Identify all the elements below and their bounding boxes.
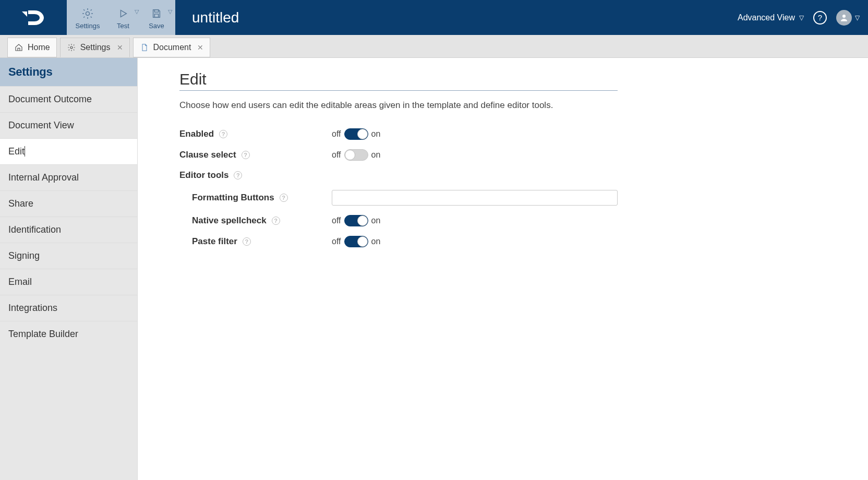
sidebar-item-identification[interactable]: Identification (0, 217, 137, 243)
advanced-view-label: Advanced View (738, 13, 795, 22)
sidebar-item-internal-approval[interactable]: Internal Approval (0, 164, 137, 190)
label-paste-filter: Paste filter ? (179, 236, 332, 247)
help-icon[interactable]: ? (242, 151, 250, 159)
sidebar-item-edit[interactable]: Edit (0, 138, 137, 164)
user-icon (839, 13, 849, 22)
row-formatting-buttons: Formatting Buttons ? (179, 190, 847, 206)
advanced-view-toggle[interactable]: Advanced View ▽ (738, 13, 804, 22)
svg-rect-3 (154, 10, 158, 13)
logo-icon (19, 7, 48, 28)
sidebar-item-signing[interactable]: Signing (0, 243, 137, 269)
svg-rect-4 (154, 14, 158, 17)
label-enabled: Enabled ? (179, 129, 332, 139)
control-enabled: off on (332, 128, 380, 140)
control-formatting-buttons (332, 190, 618, 206)
help-icon[interactable]: ? (280, 194, 288, 202)
help-button[interactable]: ? (813, 11, 827, 25)
tool-save-label: Save (149, 22, 164, 30)
gear-icon (81, 6, 94, 21)
toolbar: Settings Test ▽ Save ▽ (67, 0, 175, 35)
sidebar-item-template-builder[interactable]: Template Builder (0, 321, 137, 347)
help-icon[interactable]: ? (219, 130, 227, 138)
gear-icon (67, 43, 76, 52)
label-editor-tools: Editor tools ? (179, 170, 332, 181)
control-clause-select: off on (332, 149, 380, 161)
tab-document[interactable]: Document ✕ (133, 38, 211, 57)
sidebar-item-share[interactable]: Share (0, 190, 137, 217)
sidebar-item-email[interactable]: Email (0, 269, 137, 295)
title-area: untitled (175, 0, 738, 35)
row-editor-tools: Editor tools ? (179, 170, 847, 181)
row-native-spellcheck: Native spellcheck ? off on (179, 215, 847, 226)
row-enabled: Enabled ? off on (179, 128, 847, 140)
question-icon: ? (818, 13, 822, 22)
control-paste-filter: off on (332, 236, 380, 247)
label-formatting-buttons: Formatting Buttons ? (179, 193, 332, 203)
tool-settings-label: Settings (76, 22, 100, 30)
sidebar-item-integrations[interactable]: Integrations (0, 295, 137, 321)
svg-marker-2 (120, 10, 126, 17)
sidebar-item-document-view[interactable]: Document View (0, 112, 137, 138)
row-paste-filter: Paste filter ? off on (179, 236, 847, 247)
control-native-spellcheck: off on (332, 215, 380, 226)
tab-settings-label: Settings (80, 43, 111, 52)
caret-down-icon[interactable]: ▽ (135, 8, 139, 15)
tab-home[interactable]: Home (7, 38, 57, 57)
toggle-native-spellcheck[interactable] (344, 215, 368, 226)
header-actions: Advanced View ▽ ? ▽ (738, 0, 868, 35)
tool-test-label: Test (117, 22, 129, 30)
tool-settings[interactable]: Settings (69, 0, 106, 35)
tool-test[interactable]: Test ▽ (106, 0, 140, 35)
play-icon (117, 6, 129, 21)
help-icon[interactable]: ? (234, 171, 242, 179)
tabs-bar: Home Settings ✕ Document ✕ (0, 35, 868, 58)
home-icon (14, 43, 23, 52)
svg-marker-0 (22, 11, 27, 17)
window-title: untitled (192, 9, 239, 26)
svg-point-6 (70, 46, 73, 49)
help-icon[interactable]: ? (243, 237, 251, 246)
row-clause-select: Clause select ? off on (179, 149, 847, 161)
main-layout: Settings Document Outcome Document View … (0, 58, 868, 480)
caret-down-icon: ▽ (799, 14, 804, 21)
caret-down-icon[interactable]: ▽ (168, 8, 172, 15)
svg-point-1 (86, 12, 90, 16)
page-heading: Edit (179, 70, 618, 91)
avatar (836, 10, 852, 26)
page-description: Choose how end users can edit the editab… (179, 100, 847, 111)
content: Edit Choose how end users can edit the e… (138, 58, 868, 480)
sidebar-item-document-outcome[interactable]: Document Outcome (0, 86, 137, 112)
label-native-spellcheck: Native spellcheck ? (179, 215, 332, 226)
close-icon[interactable]: ✕ (117, 43, 123, 52)
svg-point-5 (842, 15, 846, 18)
caret-down-icon: ▽ (855, 14, 860, 21)
sidebar: Settings Document Outcome Document View … (0, 58, 138, 480)
tool-save[interactable]: Save ▽ (140, 0, 173, 35)
sidebar-header: Settings (0, 58, 137, 86)
topbar: Settings Test ▽ Save ▽ untitled (0, 0, 868, 35)
tab-home-label: Home (28, 43, 50, 52)
toggle-enabled[interactable] (344, 128, 368, 140)
toggle-paste-filter[interactable] (344, 236, 368, 247)
document-icon (140, 43, 149, 52)
user-menu[interactable]: ▽ (836, 10, 860, 26)
help-icon[interactable]: ? (272, 217, 280, 225)
save-icon (151, 6, 162, 21)
close-icon[interactable]: ✕ (197, 43, 203, 52)
logo[interactable] (0, 0, 67, 35)
formatting-buttons-input[interactable] (332, 190, 618, 206)
label-clause-select: Clause select ? (179, 150, 332, 160)
toggle-clause-select[interactable] (344, 149, 368, 161)
tab-settings[interactable]: Settings ✕ (60, 38, 130, 57)
tab-document-label: Document (153, 43, 191, 52)
